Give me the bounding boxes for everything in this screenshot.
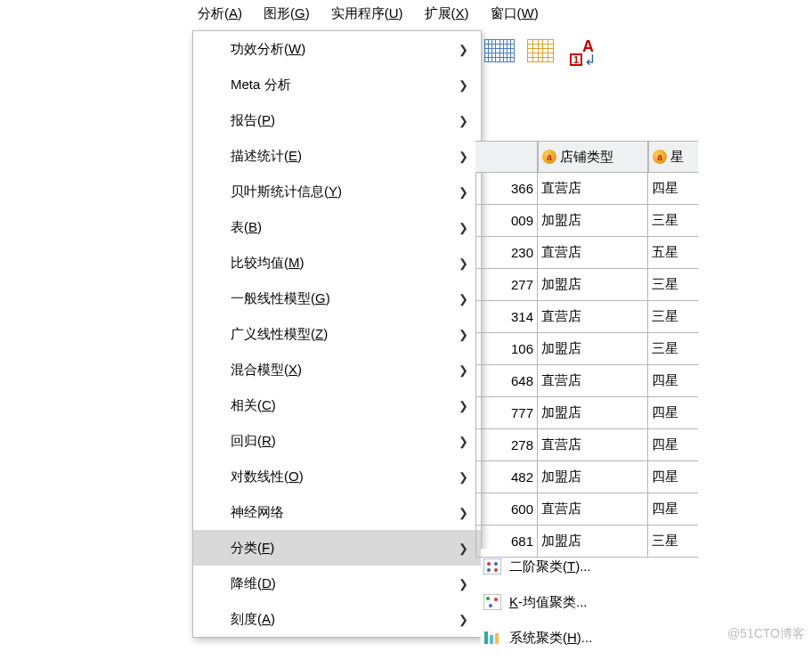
menu-item-4[interactable]: 贝叶斯统计信息(Y)❯ <box>193 174 481 209</box>
cell-shoptype[interactable]: 直营店 <box>538 365 648 397</box>
cell-star[interactable]: 四星 <box>648 365 698 397</box>
toolbar-grid-yellow-icon[interactable] <box>527 39 561 66</box>
svg-point-8 <box>489 604 492 607</box>
menu-item-13[interactable]: 神经网络❯ <box>193 494 481 530</box>
cell-shoptype[interactable]: 加盟店 <box>538 205 648 237</box>
menu-item-11[interactable]: 回归(R)❯ <box>193 423 481 459</box>
table-row[interactable]: 314直营店三星 <box>475 301 698 333</box>
cell-star[interactable]: 四星 <box>648 461 698 493</box>
cell-star[interactable]: 四星 <box>648 493 698 526</box>
menu-item-16[interactable]: 刻度(A)❯ <box>193 601 481 637</box>
cell-number[interactable]: 482 <box>475 461 538 493</box>
cell-star[interactable]: 五星 <box>648 237 698 269</box>
submenu-item-2[interactable]: 系统聚类(H)... <box>481 620 668 656</box>
cell-number[interactable]: 777 <box>475 397 538 429</box>
cell-star[interactable]: 三星 <box>648 269 698 301</box>
menu-graphs[interactable]: 图形(G) <box>264 5 310 22</box>
menu-item-label: 比较均值(M) <box>231 255 304 272</box>
table-row[interactable]: 777加盟店四星 <box>475 397 698 429</box>
table-row[interactable]: 278直营店四星 <box>475 429 698 461</box>
cell-star[interactable]: 三星 <box>648 526 698 558</box>
cluster-two-icon <box>483 558 502 575</box>
menu-window[interactable]: 窗口(W) <box>491 5 539 22</box>
table-row[interactable]: 106加盟店三星 <box>475 333 698 365</box>
table-row[interactable]: 482加盟店四星 <box>475 461 698 493</box>
svg-rect-10 <box>490 635 493 644</box>
cell-shoptype[interactable]: 直营店 <box>538 237 648 269</box>
toolbar-goto-case-icon[interactable]: A 1 ↲ <box>570 39 604 66</box>
cell-number[interactable]: 278 <box>475 429 538 461</box>
table-row[interactable]: 009加盟店三星 <box>475 205 698 237</box>
menu-extensions[interactable]: 扩展(X) <box>425 5 469 22</box>
table-row[interactable]: 277加盟店三星 <box>475 269 698 301</box>
svg-rect-9 <box>484 631 488 644</box>
cell-star[interactable]: 四星 <box>648 397 698 429</box>
cell-shoptype[interactable]: 加盟店 <box>538 526 648 558</box>
svg-point-1 <box>487 562 491 566</box>
submenu-item-1[interactable]: K-均值聚类... <box>481 584 668 620</box>
cell-number[interactable]: 681 <box>475 526 538 558</box>
table-row[interactable]: 681加盟店三星 <box>475 526 698 558</box>
table-row[interactable]: 366直营店四星 <box>475 173 698 205</box>
col-header-star[interactable]: a 星 <box>648 141 698 173</box>
cell-star[interactable]: 三星 <box>648 333 698 365</box>
chevron-right-icon: ❯ <box>459 613 468 626</box>
cell-shoptype[interactable]: 直营店 <box>538 301 648 333</box>
cell-shoptype[interactable]: 加盟店 <box>538 269 648 301</box>
cell-number[interactable]: 600 <box>475 493 538 526</box>
classify-submenu: 二阶聚类(T)...K-均值聚类...系统聚类(H)... <box>481 549 668 656</box>
cell-star[interactable]: 三星 <box>648 205 698 237</box>
menu-analyze[interactable]: 分析(A) <box>198 5 242 22</box>
menubar: 分析(A) 图形(G) 实用程序(U) 扩展(X) 窗口(W) <box>192 0 673 26</box>
menu-item-9[interactable]: 混合模型(X)❯ <box>193 352 481 387</box>
cell-number[interactable]: 648 <box>475 365 538 397</box>
chevron-right-icon: ❯ <box>459 435 468 448</box>
menu-item-5[interactable]: 表(B)❯ <box>193 209 481 245</box>
toolbar-grid-blue-icon[interactable] <box>484 39 518 66</box>
cell-shoptype[interactable]: 直营店 <box>538 493 648 526</box>
cell-star[interactable]: 四星 <box>648 173 698 205</box>
menu-item-6[interactable]: 比较均值(M)❯ <box>193 245 481 281</box>
grid-header: a 店铺类型 a 星 <box>475 141 698 173</box>
label-tail: ) <box>238 5 242 20</box>
menu-item-2[interactable]: 报告(P)❯ <box>193 102 481 138</box>
menu-item-15[interactable]: 降维(D)❯ <box>193 566 481 601</box>
cell-number[interactable]: 314 <box>475 301 538 333</box>
data-grid: a 店铺类型 a 星 366直营店四星009加盟店三星230直营店五星277加盟… <box>475 141 698 558</box>
menu-item-8[interactable]: 广义线性模型(Z)❯ <box>193 316 481 352</box>
col-header-number[interactable] <box>475 141 538 173</box>
cell-number[interactable]: 230 <box>475 237 538 269</box>
menu-item-14[interactable]: 分类(F)❯ <box>193 530 481 566</box>
cell-number[interactable]: 106 <box>475 333 538 365</box>
submenu-item-label: 系统聚类(H)... <box>509 630 592 647</box>
menu-item-1[interactable]: Meta 分析❯ <box>193 67 481 102</box>
cell-number[interactable]: 009 <box>475 205 538 237</box>
cell-star[interactable]: 四星 <box>648 429 698 461</box>
table-row[interactable]: 648直营店四星 <box>475 365 698 397</box>
chevron-right-icon: ❯ <box>459 221 468 234</box>
cell-shoptype[interactable]: 加盟店 <box>538 397 648 429</box>
cell-star[interactable]: 三星 <box>648 301 698 333</box>
menu-utilities[interactable]: 实用程序(U) <box>331 5 403 22</box>
menu-item-7[interactable]: 一般线性模型(G)❯ <box>193 281 481 316</box>
table-row[interactable]: 230直营店五星 <box>475 237 698 269</box>
mnemonic: U <box>389 5 399 20</box>
cell-number[interactable]: 366 <box>475 173 538 205</box>
menu-item-10[interactable]: 相关(C)❯ <box>193 387 481 423</box>
label-tail: ) <box>305 5 310 20</box>
cell-shoptype[interactable]: 加盟店 <box>538 461 648 493</box>
col-header-shoptype[interactable]: a 店铺类型 <box>538 141 648 173</box>
table-row[interactable]: 600直营店四星 <box>475 493 698 526</box>
mnemonic: G <box>295 5 305 20</box>
menu-item-3[interactable]: 描述统计(E)❯ <box>193 138 481 174</box>
menu-item-label: 对数线性(O) <box>231 469 304 485</box>
menu-item-0[interactable]: 功效分析(W)❯ <box>193 31 481 67</box>
cell-shoptype[interactable]: 直营店 <box>538 429 648 461</box>
cell-number[interactable]: 277 <box>475 269 538 301</box>
menu-item-label: 神经网络 <box>231 504 284 521</box>
menu-item-12[interactable]: 对数线性(O)❯ <box>193 459 481 494</box>
cell-shoptype[interactable]: 直营店 <box>538 173 648 205</box>
cell-shoptype[interactable]: 加盟店 <box>538 333 648 365</box>
svg-point-7 <box>494 598 498 601</box>
chevron-right-icon: ❯ <box>459 150 468 163</box>
